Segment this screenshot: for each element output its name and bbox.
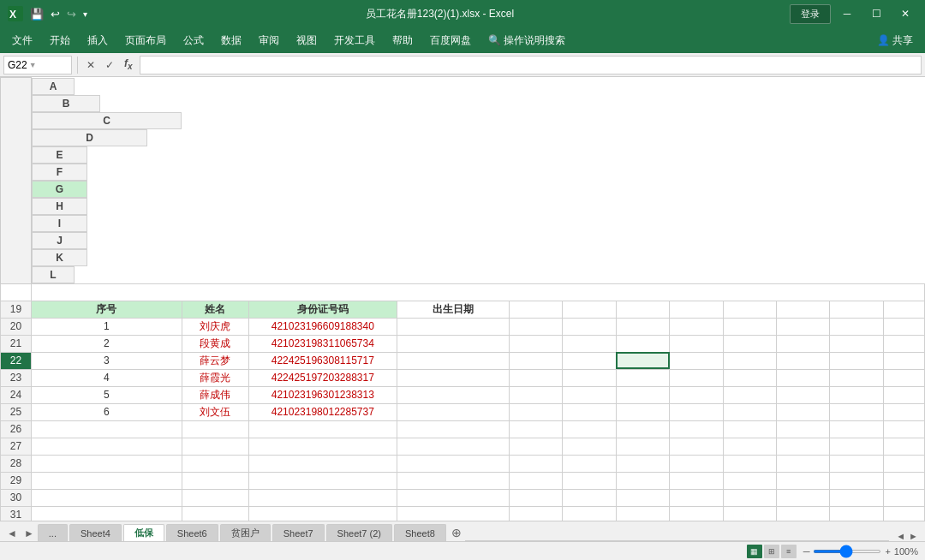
normal-view-button[interactable]: ▦ [747,545,762,558]
cell-19-j[interactable] [777,301,830,318]
cell-22-g[interactable] [616,352,669,369]
cell-25-e[interactable] [510,403,563,420]
row-num-29[interactable]: 29 [1,472,32,489]
zoom-out-button[interactable]: ─ [803,546,810,557]
menu-data[interactable]: 数据 [212,30,250,51]
cell-24-c[interactable]: 421023196301238313 [248,386,397,403]
cell-19-g[interactable] [616,301,669,318]
row-num-19[interactable]: 19 [1,301,32,318]
grid-container[interactable]: A B C D E F G H I J K L [0,77,925,521]
col-header-e[interactable]: E [32,146,87,164]
login-button[interactable]: 登录 [790,4,831,24]
cell-21-e[interactable] [510,335,563,352]
cell-21-d[interactable] [397,335,509,352]
zoom-slider[interactable] [813,550,881,553]
cell-25-h[interactable] [670,403,723,420]
cell-23-e[interactable] [510,369,563,386]
col-header-h[interactable]: H [32,198,87,215]
sheet-add-button[interactable]: ⊕ [448,524,465,541]
cell-22-h[interactable] [670,352,723,369]
cell-25-g[interactable] [616,403,669,420]
menu-share[interactable]: 👤 共享 [868,30,922,51]
save-icon[interactable]: 💾 [27,6,46,22]
menu-help[interactable]: 帮助 [384,30,421,51]
cell-24-h[interactable] [670,386,723,403]
cell-22-i[interactable] [723,352,776,369]
scroll-left-icon[interactable]: ◄ [896,531,905,541]
menu-page-layout[interactable]: 页面布局 [116,30,175,51]
cell-25-d[interactable] [397,403,509,420]
cell-19-l[interactable] [883,301,924,318]
row-num-30[interactable]: 30 [1,489,32,506]
col-header-b[interactable]: B [32,95,100,112]
menu-formula[interactable]: 公式 [175,30,212,51]
cell-25-i[interactable] [723,403,776,420]
row-num-26[interactable]: 26 [1,420,32,438]
row-num-22[interactable]: 22 [1,352,32,369]
cell-23-j[interactable] [777,369,830,386]
cell-22-f[interactable] [563,352,616,369]
formula-input[interactable] [140,56,922,74]
sheet-tab-sheet7-2[interactable]: Sheet7 (2) [326,524,392,541]
sheet-tab-sheet7[interactable]: Sheet7 [272,524,325,541]
menu-search[interactable]: 🔍 操作说明搜索 [480,30,574,51]
cell-24-b[interactable]: 薛成伟 [182,386,248,403]
row-num-25[interactable]: 25 [1,403,32,420]
cell-20-j[interactable] [777,318,830,335]
cell-25-k[interactable] [830,403,883,420]
cell-21-b[interactable]: 段黄成 [182,335,248,352]
row-num-27[interactable]: 27 [1,438,32,455]
cell-20-d[interactable] [397,318,509,335]
menu-baidu[interactable]: 百度网盘 [421,30,480,51]
cell-21-l[interactable] [883,335,924,352]
cell-20-b[interactable]: 刘庆虎 [182,318,248,335]
cell-25-f[interactable] [563,403,616,420]
cell-19-a[interactable]: 序号 [32,301,182,318]
zoom-in-button[interactable]: + [885,546,890,557]
cell-20-f[interactable] [563,318,616,335]
cell-22-a[interactable]: 3 [32,352,182,369]
cell-24-l[interactable] [883,386,924,403]
row-num-20[interactable]: 20 [1,318,32,335]
cell-21-g[interactable] [616,335,669,352]
sheet-tab-dibao[interactable]: 低保 [123,524,164,541]
cell-19-d[interactable]: 出生日期 [397,301,509,318]
cell-22-c[interactable]: 422425196308115717 [248,352,397,369]
col-header-i[interactable]: I [32,215,87,232]
sheet-next-nav[interactable]: ► [21,526,38,541]
row-num-23[interactable]: 23 [1,369,32,386]
cell-20-g[interactable] [616,318,669,335]
cell-20-c[interactable]: 421023196609188340 [248,318,397,335]
customize-icon[interactable]: ▾ [81,8,90,21]
cell-24-d[interactable] [397,386,509,403]
row-num-21[interactable]: 21 [1,335,32,352]
row-num-24[interactable]: 24 [1,386,32,403]
menu-developer[interactable]: 开发工具 [325,30,384,51]
cell-25-l[interactable] [883,403,924,420]
cell-25-c[interactable]: 421023198012285737 [248,403,397,420]
cell-23-g[interactable] [616,369,669,386]
cell-24-k[interactable] [830,386,883,403]
cell-21-c[interactable]: 421023198311065734 [248,335,397,352]
cell-20-e[interactable] [510,318,563,335]
cell-19-i[interactable] [723,301,776,318]
col-header-c[interactable]: C [32,112,182,129]
sheet-tab-sheet4[interactable]: Sheet4 [69,524,122,541]
close-button[interactable]: ✕ [892,0,918,27]
cell-22-k[interactable] [830,352,883,369]
cell-22-b[interactable]: 薛云梦 [182,352,248,369]
sheet-tab-sheet6[interactable]: Sheet6 [166,524,218,541]
dropdown-icon[interactable]: ▼ [29,61,37,69]
col-header-j[interactable]: J [32,232,87,249]
menu-review[interactable]: 审阅 [250,30,288,51]
cell-19-f[interactable] [563,301,616,318]
cell-19-k[interactable] [830,301,883,318]
cell-23-i[interactable] [723,369,776,386]
row-num-28[interactable]: 28 [1,455,32,472]
col-header-a[interactable]: A [32,78,75,95]
insert-function-button[interactable]: fx [121,56,136,73]
cell-22-d[interactable] [397,352,509,369]
restore-button[interactable]: ☐ [863,0,889,27]
cell-21-a[interactable]: 2 [32,335,182,352]
col-header-f[interactable]: F [32,164,87,181]
